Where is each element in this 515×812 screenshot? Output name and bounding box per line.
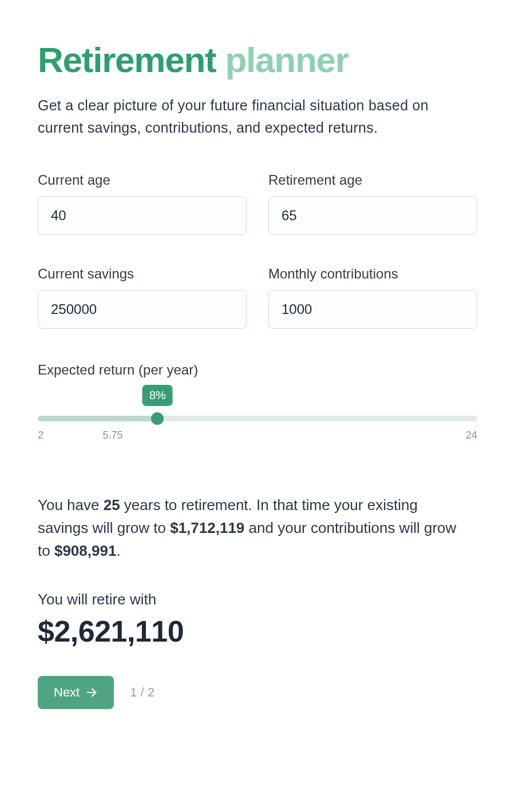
input-retirement-age[interactable] <box>268 196 477 235</box>
summary-contrib-grow: $908,991 <box>54 542 116 559</box>
retire-label: You will retire with <box>38 591 477 608</box>
slider-tick-min: 2 <box>38 429 43 441</box>
retire-value: $2,621,110 <box>38 614 477 648</box>
slider-tick-mid: 5.75 <box>102 429 122 441</box>
field-current-age: Current age <box>38 172 247 235</box>
title-word-2: planner <box>225 40 348 79</box>
page-indicator: 1 / 2 <box>130 685 154 700</box>
input-current-savings[interactable] <box>38 290 247 329</box>
field-current-savings: Current savings <box>38 266 247 329</box>
field-expected-return: Expected return (per year) 8% 2 5.75 24 <box>38 362 477 439</box>
label-monthly-contributions: Monthly contributions <box>268 266 477 282</box>
label-retirement-age: Retirement age <box>268 172 477 188</box>
page-subtitle: Get a clear picture of your future finan… <box>38 94 461 139</box>
input-current-age[interactable] <box>38 196 247 235</box>
label-expected-return: Expected return (per year) <box>38 362 477 378</box>
title-word-1: Retirement <box>38 40 216 79</box>
next-button-label: Next <box>54 685 80 700</box>
slider-value-badge: 8% <box>142 385 173 406</box>
page-title: Retirement planner <box>38 41 477 78</box>
input-monthly-contributions[interactable] <box>268 290 477 329</box>
summary-savings-grow: $1,712,119 <box>170 519 244 536</box>
field-monthly-contributions: Monthly contributions <box>268 266 477 329</box>
next-button[interactable]: Next <box>38 676 114 709</box>
field-retirement-age: Retirement age <box>268 172 477 235</box>
slider-tick-max: 24 <box>466 429 477 441</box>
label-current-savings: Current savings <box>38 266 247 282</box>
summary-end: . <box>116 542 120 559</box>
slider-expected-return[interactable]: 8% 2 5.75 24 <box>38 384 477 439</box>
slider-track-fill <box>38 416 157 421</box>
arrow-right-icon <box>85 686 98 699</box>
summary-pre: You have <box>38 496 104 514</box>
summary-text: You have 25 years to retirement. In that… <box>38 493 461 563</box>
summary-years: 25 <box>104 496 120 514</box>
slider-thumb[interactable] <box>151 412 164 425</box>
label-current-age: Current age <box>38 172 247 188</box>
